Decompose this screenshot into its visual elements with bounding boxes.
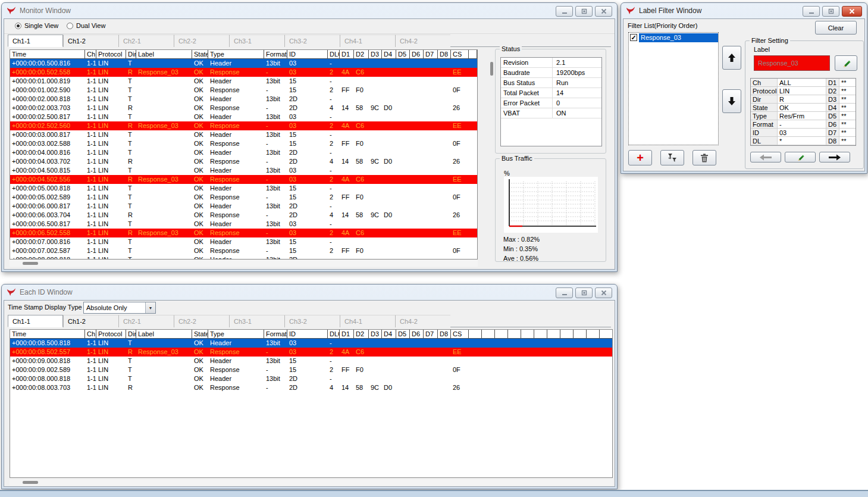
table-row[interactable]: +000:00:03.002.5881-1LINTOKResponse-152F… [10,139,477,148]
table-row[interactable]: +000:00:06.000.8171-1LINTOKHeader13bit2D… [10,202,477,211]
filter-label-field[interactable]: Response_03 [754,55,830,71]
move-filter-left-button[interactable] [750,152,781,162]
cell: 9C [369,211,382,220]
cell [369,175,382,184]
table-row[interactable]: +000:00:04.502.5561-1LINRResponse_03OKRe… [10,175,477,184]
horizontal-scrollbar[interactable] [10,479,613,486]
restore-button[interactable] [575,6,593,17]
table-row[interactable]: +000:00:02.003.7031-1LINROKResponse-2D41… [10,104,477,112]
table-row[interactable]: +000:00:08.000.8181-1LINTOKHeader13bit2D… [10,255,477,260]
edit-label-button[interactable] [835,55,857,71]
table-row[interactable]: +000:00:04.000.8161-1LINTOKHeader13bit2D… [10,148,477,157]
filter-list-item[interactable]: ✓Response_03 [629,33,718,42]
table-row[interactable]: +000:00:03.000.8171-1LINTOKHeader13bit15… [10,130,477,139]
cell: T [126,86,136,95]
table-row[interactable]: +000:00:05.000.8181-1LINTOKHeader13bit15… [10,184,477,193]
table-row[interactable]: +000:00:09.000.8181-1LINTOKHeader13bit15… [10,357,612,365]
table-row[interactable]: +000:00:00.500.8161-1LINTOKHeader13bit03… [10,59,477,68]
tab-ch1-1[interactable]: Ch1-1 [8,35,63,47]
horizontal-scrollbar[interactable] [10,260,478,267]
cell [438,339,451,348]
table-row[interactable]: +000:00:06.502.5581-1LINRResponse_03OKRe… [10,229,477,237]
cell: 13bit [264,374,287,383]
table-row[interactable]: +000:00:02.500.8171-1LINTOKHeader13bit03… [10,112,477,121]
cell [438,59,451,68]
table-row[interactable]: +000:00:04.500.8151-1LINTOKHeader13bit03… [10,166,477,175]
timestamp-type-combo[interactable]: Absolute Only ▼ [83,302,156,314]
table-row[interactable]: +000:00:08.003.7031-1LINROKResponse-2D41… [10,383,612,392]
column-header-empty [495,330,508,339]
monitor-window-titlebar[interactable]: Monitor Window [2,3,617,18]
add-filter-button[interactable]: + [628,150,652,165]
cell [382,184,396,193]
minimize-button[interactable] [556,287,573,298]
delete-filter-button[interactable] [692,150,716,165]
tab-ch3-2: Ch3-2 [284,35,340,47]
dropdown-arrow-icon[interactable]: ▼ [145,302,155,313]
table-row[interactable]: +000:00:04.003.7021-1LINROKResponse-2D41… [10,157,477,166]
scrollbar-thumb[interactable] [23,262,38,265]
tab-ch1-1[interactable]: Ch1-1 [8,315,63,327]
cell [340,237,354,246]
apply-filter-button[interactable] [660,150,684,165]
cell: - [328,77,340,86]
cell [424,237,438,246]
cell: 1-1 [85,237,96,246]
table-row[interactable]: +000:00:08.502.5571-1LINRResponse_03OKRe… [10,348,612,357]
minimize-button[interactable] [556,6,573,17]
filter-setting-row: StateOKD4** [751,104,856,112]
cell: 2D [287,95,328,104]
table-row[interactable]: +000:00:01.002.5901-1LINTOKResponse-152F… [10,86,477,95]
cell [369,86,382,95]
close-button[interactable] [595,287,612,298]
tab-ch1-2[interactable]: Ch1-2 [63,35,118,47]
clear-button[interactable]: Clear [815,21,857,35]
close-button[interactable] [842,6,862,17]
cell [396,255,410,260]
cell: 03 [287,166,328,175]
cell [396,229,410,237]
close-button[interactable] [595,6,612,17]
cell: Header [208,148,264,157]
table-row[interactable]: +000:00:00.502.5581-1LINRResponse_03OKRe… [10,68,477,77]
cell [451,202,469,211]
table-row[interactable]: +000:00:05.002.5891-1LINTOKResponse-152F… [10,193,477,202]
minimize-button[interactable] [803,6,820,17]
table-row[interactable]: +000:00:06.500.8171-1LINTOKHeader13bit03… [10,220,477,229]
cell: 1-1 [85,77,96,86]
single-view-radio[interactable]: Single View [15,22,58,29]
table-row[interactable]: +000:00:01.000.8191-1LINTOKHeader13bit15… [10,77,477,86]
cell: 0F [451,193,469,202]
cell [410,365,424,374]
each-id-window-titlebar[interactable]: Each ID Window [2,285,617,300]
restore-button[interactable] [575,287,593,298]
table-row[interactable]: +000:00:02.000.8181-1LINTOKHeader13bit2D… [10,95,477,104]
filter-setting-value: Res/Frm [778,112,826,120]
move-up-button[interactable] [722,46,741,70]
table-row[interactable]: +000:00:09.002.5891-1LINTOKResponse-152F… [10,365,612,374]
tab-ch1-2[interactable]: Ch1-2 [63,315,118,327]
table-row[interactable]: +000:00:07.000.8161-1LINTOKHeader13bit15… [10,237,477,246]
app-logo-icon [626,6,635,15]
cell: Header [208,130,264,139]
cell: R [126,68,136,77]
move-filter-right-button[interactable] [819,152,850,162]
filter-setting-row: ID03D7** [751,129,856,137]
dual-view-radio[interactable]: Dual View [67,22,105,29]
move-down-button[interactable] [722,89,741,113]
table-row[interactable]: +000:00:02.502.5601-1LINRResponse_03OKRe… [10,121,477,130]
cell [396,246,410,255]
table-row[interactable]: +000:00:08.000.8181-1LINTOKHeader13bit2D… [10,374,612,383]
cell: 13bit [264,59,287,68]
table-row[interactable]: +000:00:08.500.8181-1LINTOKHeader13bit03… [10,339,612,348]
edit-filter-button[interactable] [785,152,816,162]
cell: 13bit [264,220,287,229]
restore-button[interactable] [822,6,839,17]
table-row[interactable]: +000:00:06.003.7041-1LINROKResponse-2D41… [10,211,477,220]
vertical-scrollbar-thumb[interactable] [490,62,493,76]
cell [369,139,382,148]
cell: 13bit [264,255,287,260]
item-checkbox[interactable]: ✓ [630,34,637,41]
table-row[interactable]: +000:00:07.002.5871-1LINTOKResponse-152F… [10,246,477,255]
scrollbar-thumb[interactable] [23,481,38,484]
